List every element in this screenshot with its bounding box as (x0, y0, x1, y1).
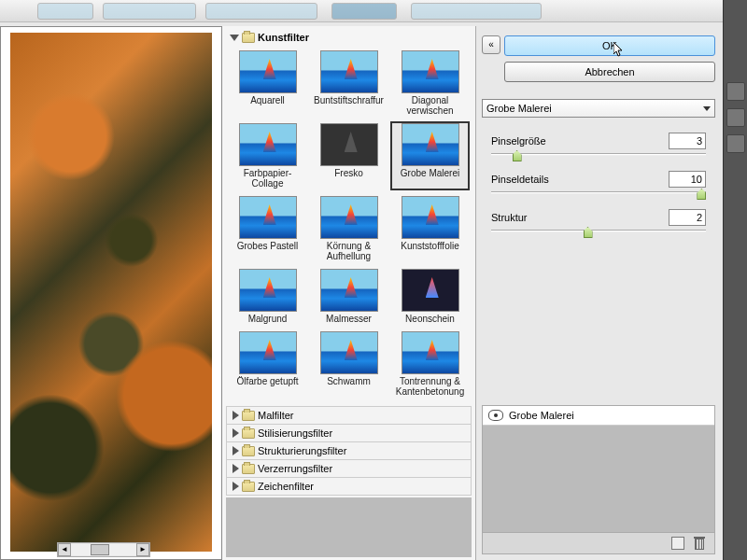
param-label: Pinselgröße (491, 135, 669, 147)
filter-item-k-rnung-aufhellung[interactable]: Körnung & Aufhellung (309, 194, 388, 263)
filter-thumbnail (239, 196, 297, 239)
effect-layer-row[interactable]: Grobe Malerei (483, 406, 714, 426)
crop-panel-icon[interactable] (726, 134, 745, 153)
filter-label: Neonschein (392, 314, 468, 324)
filter-item-grobe-malerei[interactable]: Grobe Malerei (390, 121, 470, 190)
category-zeichenfilter[interactable]: Zeichenfilter (226, 477, 472, 496)
filter-item-grobes-pastell[interactable]: Grobes Pastell (228, 194, 307, 263)
filter-preview-pane: ◄ ► (0, 26, 222, 560)
browser-tab-strip (0, 0, 723, 22)
category-malfilter[interactable]: Malfilter (226, 406, 472, 424)
folder-icon (242, 464, 255, 474)
app-right-toolbar (723, 0, 747, 560)
filter-label: Fresko (311, 168, 387, 178)
expand-icon (233, 428, 239, 438)
filter-item-kunststofffolie[interactable]: Kunststofffolie (390, 194, 470, 263)
filter-item-aquarell[interactable]: Aquarell (228, 49, 307, 118)
param-slider-pinseldetails[interactable] (491, 191, 706, 194)
filter-thumbnail (402, 331, 459, 374)
filter-label: Aquarell (230, 95, 305, 105)
filter-label: Diagonal verwischen (392, 95, 468, 116)
filter-controls-panel: « OK Abbrechen Grobe Malerei Pinselgröße… (476, 26, 723, 560)
expand-icon (233, 482, 239, 491)
cancel-button-label: Abbrechen (585, 66, 634, 77)
param-input-pinselgröße[interactable] (669, 133, 706, 149)
category-label: Strukturierungsfilter (258, 445, 346, 456)
filter-item-tontrennung-kantenbetonung[interactable]: Tontrennung & Kantenbetonung (390, 329, 470, 399)
scroll-right-icon[interactable]: ► (136, 543, 149, 556)
param-row-pinselgröße: Pinselgröße (482, 133, 715, 149)
filter-thumbnail (320, 269, 378, 312)
preview-scrollbar[interactable]: ◄ ► (57, 542, 150, 557)
cancel-button[interactable]: Abbrechen (504, 62, 715, 82)
filter-thumbnail (239, 331, 297, 374)
filter-label: Grobes Pastell (230, 241, 305, 251)
param-input-struktur[interactable] (669, 209, 706, 226)
visibility-icon[interactable] (488, 410, 503, 421)
filter-item-malgrund[interactable]: Malgrund (228, 267, 307, 326)
expand-icon (233, 446, 239, 455)
expand-icon (230, 35, 239, 41)
filter-label: Kunststofffolie (392, 241, 468, 251)
filter-label: Ölfarbe getupft (230, 376, 305, 386)
chevron-down-icon (703, 106, 711, 111)
filter-item--lfarbe-getupft[interactable]: Ölfarbe getupft (228, 329, 307, 399)
filter-select-dropdown[interactable]: Grobe Malerei (482, 99, 715, 118)
folder-icon (242, 428, 255, 439)
filter-item-schwamm[interactable]: Schwamm (309, 329, 388, 399)
folder-icon (242, 411, 255, 421)
filter-label: Körnung & Aufhellung (311, 241, 387, 261)
filter-item-neonschein[interactable]: Neonschein (390, 267, 470, 326)
category-label: Stilisierungsfilter (258, 427, 332, 439)
filter-label: Malmesser (311, 314, 387, 324)
filter-thumbnail (239, 123, 297, 166)
param-row-pinseldetails: Pinseldetails (482, 171, 715, 188)
filter-label: Grobe Malerei (392, 168, 468, 178)
filter-thumbnail (320, 50, 378, 93)
filter-thumbnail (402, 269, 459, 312)
filter-item-buntstiftschraffur[interactable]: Buntstiftschraffur (309, 49, 388, 118)
filter-item-diagonal-verwischen[interactable]: Diagonal verwischen (390, 49, 470, 118)
filter-thumbnail (320, 196, 378, 239)
scroll-left-icon[interactable]: ◄ (58, 543, 71, 556)
gallery-empty-area (226, 497, 472, 557)
filter-gallery-panel: Kunstfilter AquarellBuntstiftschraffurDi… (222, 26, 476, 560)
preview-image[interactable] (10, 33, 212, 552)
filter-label: Buntstiftschraffur (311, 95, 387, 105)
delete-effect-layer-icon[interactable] (694, 537, 705, 550)
category-strukturierungsfilter[interactable]: Strukturierungsfilter (226, 441, 472, 459)
param-slider-pinselgröße[interactable] (491, 153, 706, 156)
color-panel-icon[interactable] (726, 108, 745, 127)
slider-handle[interactable] (697, 189, 706, 200)
filter-label: Tontrennung & Kantenbetonung (392, 376, 468, 397)
category-label: Zeichenfilter (258, 481, 314, 492)
new-effect-layer-icon[interactable] (671, 537, 684, 550)
filter-thumbnail (402, 50, 459, 93)
filter-item-farbpapier-collage[interactable]: Farbpapier-Collage (228, 121, 307, 190)
category-label: Malfilter (258, 410, 294, 421)
collapse-panel-button[interactable]: « (482, 35, 500, 54)
param-label: Struktur (491, 212, 669, 223)
folder-icon (242, 446, 255, 456)
param-label: Pinseldetails (491, 174, 669, 185)
param-row-struktur: Struktur (482, 209, 715, 226)
category-stilisierungsfilter[interactable]: Stilisierungsfilter (226, 424, 472, 441)
slider-handle[interactable] (513, 150, 522, 161)
category-verzerrungsfilter[interactable]: Verzerrungsfilter (226, 459, 472, 477)
ok-button[interactable]: OK (504, 35, 715, 56)
filter-item-malmesser[interactable]: Malmesser (309, 267, 388, 326)
filter-thumbnail (320, 331, 378, 374)
expand-icon (233, 464, 239, 473)
filter-thumbnail-grid: AquarellBuntstiftschraffurDiagonal verwi… (226, 45, 472, 406)
filter-thumbnail (402, 123, 459, 166)
layers-panel-icon[interactable] (726, 82, 745, 101)
filter-thumbnail (320, 123, 378, 166)
param-slider-struktur[interactable] (491, 230, 706, 232)
param-input-pinseldetails[interactable] (669, 171, 706, 188)
folder-icon (242, 33, 255, 43)
effect-layer-label: Grobe Malerei (509, 410, 574, 421)
filter-item-fresko[interactable]: Fresko (309, 121, 388, 190)
slider-handle[interactable] (584, 227, 593, 238)
filter-thumbnail (239, 50, 297, 93)
category-kunstfilter[interactable]: Kunstfilter (226, 30, 472, 45)
